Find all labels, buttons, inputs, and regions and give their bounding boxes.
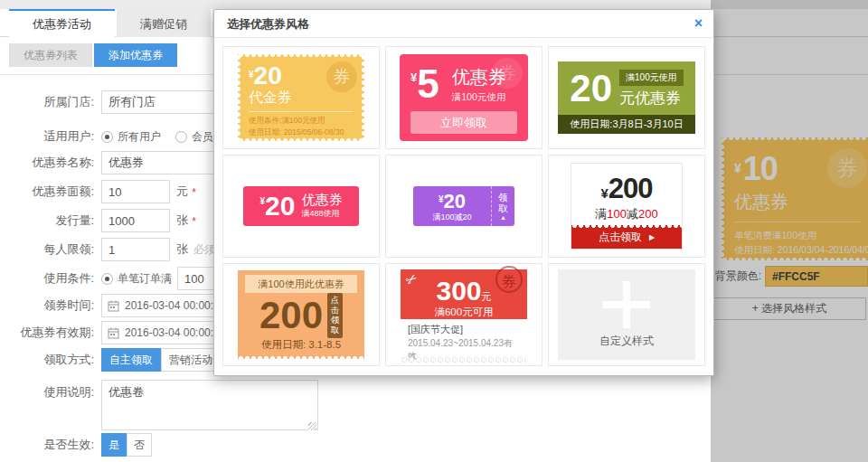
form-row-valid-period: 优惠券有效期: 2016-03-04 00:00:00 <box>9 321 237 344</box>
coupon-style-purple[interactable]: ¥20 满100减20 领取 ▲ <box>385 155 542 258</box>
radio-min-order[interactable] <box>101 273 113 285</box>
click-claim-button[interactable]: 点击领取 ▶ <box>571 225 682 249</box>
instructions-textarea[interactable]: 优惠卷 <box>101 380 318 430</box>
store-label: 所属门店: <box>9 94 94 110</box>
gold-coupon: ¥20 代金券 使用条件:满100元使用 使用日期: 2015/05/06-08… <box>238 54 364 141</box>
pink-coupon: ¥5 优惠券 满100元使用 立即领取 券 <box>400 54 528 141</box>
limit-label: 每人限领: <box>9 241 94 258</box>
white-200-condition: 满100减200 <box>595 206 657 222</box>
subtab-coupon-list[interactable]: 优惠券列表 <box>9 43 92 67</box>
issue-required-star: * <box>192 214 196 228</box>
issue-label: 发行量: <box>9 212 94 229</box>
coupon-admin-page: 优惠券活动 满赠促销 满减促销 优惠券列表 添加优惠券 所属门店: 适用用户: … <box>0 0 868 462</box>
white-200-coupon: ¥200 满100减200 点击领取 ▶ <box>571 163 683 250</box>
coupon-style-white-200[interactable]: ¥200 满100减200 点击领取 ▶ <box>548 155 705 258</box>
form-row-receive-time: 领券时间: 2016-03-04 00:00:00 <box>9 294 237 317</box>
orange-date: 使用日期: 3.1-8.5 <box>238 338 364 352</box>
orange-coupon: 满100使用此优惠券 200 点击领取 使用日期: 3.1-8.5 <box>238 270 364 359</box>
green-condition-badge: 满100元使用 <box>619 70 684 86</box>
calendar-icon <box>108 327 119 339</box>
tab-full-gift-promo[interactable]: 满赠促销 <box>117 9 211 37</box>
dim-overlay <box>711 0 868 462</box>
white-200-amount: ¥200 <box>600 173 652 205</box>
active-yes-button[interactable]: 是 <box>101 433 127 457</box>
orange-amount: 200 <box>259 297 323 335</box>
red-tag-name: 优惠券 <box>301 193 342 208</box>
coupon-style-gold[interactable]: ¥20 代金券 使用条件:满100元使用 使用日期: 2015/05/06-08… <box>222 46 380 149</box>
radio-all-users[interactable] <box>101 131 113 143</box>
gold-name: 代金券 <box>249 89 364 108</box>
right-arrow-icon: ▶ <box>649 233 655 241</box>
coupon-style-modal: 选择优惠券风格 × ¥20 代金券 使用条件:满100元使用 使用日期: 201… <box>213 9 714 376</box>
claim-now-button[interactable]: 立即领取 <box>410 111 517 134</box>
coupon-style-green[interactable]: 20 满100元使用 元优惠券 使用日期:3月8日-3月10日 <box>548 46 705 149</box>
issue-input[interactable] <box>101 209 170 232</box>
coupon-style-orange[interactable]: 满100使用此优惠券 200 点击领取 使用日期: 3.1-8.5 <box>222 263 380 366</box>
purple-claim-button[interactable]: 领取 ▲ <box>491 186 514 226</box>
radio-all-users-label: 所有用户 <box>118 129 161 145</box>
coupon-style-red-300[interactable]: ✂ 券 300元 满600元可用 [国庆节大促] 2015.04.23~2015… <box>385 263 542 366</box>
gold-date: 使用日期: 2015/05/06-08/30 <box>249 127 364 138</box>
red-300-promo: [国庆节大促] <box>408 323 520 336</box>
valid-period-value: 2016-03-04 00:00:00 <box>125 326 225 339</box>
form-row-issue: 发行量: 张 * <box>9 209 196 232</box>
red-tag-amount: ¥20 <box>260 191 296 222</box>
receive-mode-label: 领取方式: <box>9 352 94 368</box>
receive-time-label: 领券时间: <box>9 297 94 314</box>
self-claim-button[interactable]: 自主领取 <box>101 348 161 372</box>
plus-icon <box>603 281 650 328</box>
red-tag-coupon: ¥20 优惠券 满488使用 <box>243 186 359 226</box>
pink-amount: ¥5 <box>410 61 439 107</box>
receive-time-value: 2016-03-04 00:00:00 <box>125 299 225 312</box>
red-300-coupon: ✂ 券 300元 满600元可用 [国庆节大促] 2015.04.23~2015… <box>401 269 527 360</box>
pink-condition: 满100元使用 <box>452 91 506 104</box>
form-row-condition: 使用条件: 单笔订单满 <box>9 267 246 290</box>
radio-member-group[interactable] <box>175 131 187 143</box>
green-date-bar: 使用日期:3月8日-3月10日 <box>558 115 695 134</box>
users-label: 适用用户: <box>9 128 94 145</box>
red-tag-condition: 满488使用 <box>301 208 342 220</box>
gold-amount: ¥20 <box>249 61 364 90</box>
limit-input[interactable] <box>101 238 170 261</box>
form-row-instructions: 使用说明: 优惠卷 <box>9 380 318 432</box>
amount-required-star: * <box>192 185 196 199</box>
pink-name: 优惠券 <box>452 65 506 90</box>
valid-period-label: 优惠券有效期: <box>9 325 94 341</box>
sub-tabs: 优惠券列表 添加优惠券 <box>9 43 177 67</box>
purple-amount: ¥20 <box>413 190 491 213</box>
issue-unit: 张 <box>176 212 188 229</box>
purple-condition: 满100减20 <box>413 212 491 223</box>
form-row-users: 适用用户: 所有用户 会员组别 <box>9 125 235 148</box>
coupon-name-label: 优惠券名称: <box>9 155 94 171</box>
stamp-icon: 券 <box>495 266 523 293</box>
coupon-style-red-tag[interactable]: ¥20 优惠券 满488使用 <box>222 155 380 258</box>
coupon-style-grid: ¥20 代金券 使用条件:满100元使用 使用日期: 2015/05/06-08… <box>214 38 713 374</box>
purple-claim-label: 领取 <box>498 192 509 213</box>
green-name: 元优惠券 <box>619 88 684 108</box>
limit-unit: 张 <box>176 241 188 258</box>
form-row-amount: 优惠券面额: 元 * <box>9 180 196 203</box>
custom-style-label: 自定义样式 <box>599 334 654 349</box>
coupon-style-custom[interactable]: 自定义样式 <box>548 263 705 366</box>
red-300-validity: 2015.04.23~2015.04.23有效 <box>408 337 520 363</box>
active-no-button[interactable]: 否 <box>127 433 152 457</box>
tab-coupon-activity[interactable]: 优惠券活动 <box>9 9 115 37</box>
radio-min-order-label: 单笔订单满 <box>118 271 172 287</box>
orange-claim-badge[interactable]: 点击领取 <box>327 293 343 338</box>
form-row-receive-mode: 领取方式: 自主领取 营销活动专用 <box>9 348 242 372</box>
up-arrow-icon: ▲ <box>500 214 506 221</box>
green-coupon: 20 满100元使用 元优惠券 使用日期:3月8日-3月10日 <box>558 61 695 134</box>
modal-title: 选择优惠券风格 <box>227 17 309 31</box>
green-amount: 20 <box>570 70 612 108</box>
form-row-active: 是否生效: 是 否 <box>9 433 152 457</box>
modal-header: 选择优惠券风格 × <box>214 10 713 38</box>
coupon-style-pink[interactable]: ¥5 优惠券 满100元使用 立即领取 券 <box>385 46 542 149</box>
click-claim-label: 点击领取 <box>599 230 642 245</box>
calendar-icon <box>108 300 119 312</box>
purple-coupon: ¥20 满100减20 领取 ▲ <box>413 186 514 226</box>
amount-input[interactable] <box>101 180 170 203</box>
orange-header: 满100使用此优惠券 <box>245 275 357 293</box>
subtab-add-coupon[interactable]: 添加优惠券 <box>94 43 177 67</box>
modal-close-button[interactable]: × <box>694 10 703 37</box>
gold-condition: 使用条件:满100元使用 <box>249 115 364 127</box>
